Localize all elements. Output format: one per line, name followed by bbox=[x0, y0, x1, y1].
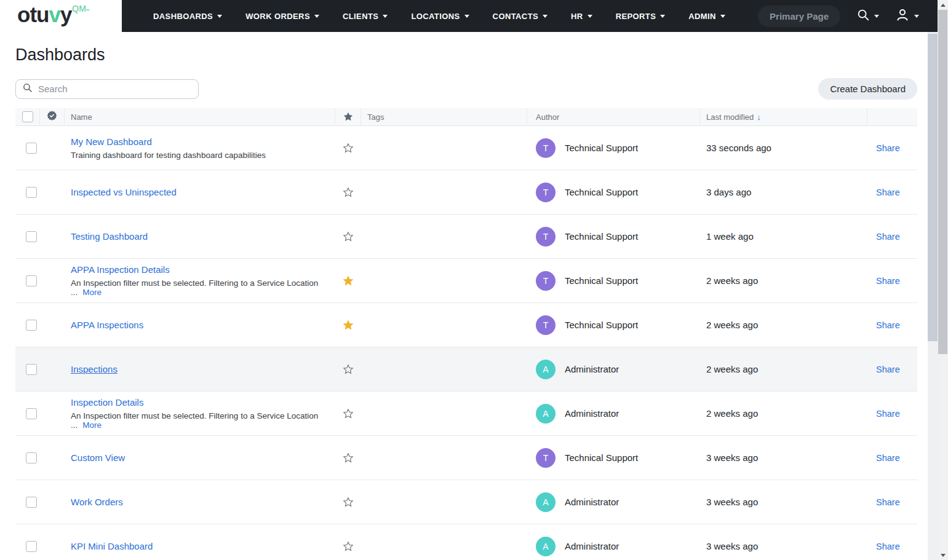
share-link[interactable]: Share bbox=[876, 320, 900, 330]
chevron-down-icon bbox=[660, 15, 665, 18]
avatar: T bbox=[536, 227, 556, 246]
share-link[interactable]: Share bbox=[876, 542, 900, 551]
favorite-star-icon[interactable] bbox=[343, 275, 354, 286]
favorite-star-icon[interactable] bbox=[343, 497, 354, 508]
logo-check-glyph: v bbox=[49, 2, 60, 26]
share-link[interactable]: Share bbox=[876, 409, 900, 419]
share-link[interactable]: Share bbox=[876, 143, 900, 153]
favorite-star-icon[interactable] bbox=[343, 320, 354, 331]
author-name: Administrator bbox=[565, 497, 619, 507]
dashboard-name-link[interactable]: Work Orders bbox=[71, 497, 123, 507]
nav-item-locations[interactable]: LOCATIONS bbox=[399, 0, 480, 32]
column-header-name[interactable]: Name bbox=[65, 108, 335, 125]
table-row: Inspected vs Uninspected T Technical Sup… bbox=[15, 170, 917, 215]
user-icon bbox=[895, 7, 910, 25]
select-all-checkbox[interactable] bbox=[22, 111, 33, 122]
author-name: Administrator bbox=[565, 541, 619, 551]
share-link[interactable]: Share bbox=[876, 187, 900, 197]
favorite-star-icon[interactable] bbox=[343, 231, 354, 242]
row-checkbox[interactable] bbox=[26, 275, 37, 286]
share-link[interactable]: Share bbox=[876, 276, 900, 286]
favorite-star-icon[interactable] bbox=[343, 364, 354, 375]
table-row: APPA Inspections T Technical Support 2 w… bbox=[15, 303, 917, 347]
scroll-up-arrow[interactable] bbox=[938, 0, 948, 10]
dashboard-name-link[interactable]: KPI Mini Dashboard bbox=[71, 541, 153, 551]
dashboard-name-link[interactable]: My New Dashboard bbox=[71, 136, 152, 147]
row-checkbox[interactable] bbox=[26, 497, 37, 508]
column-header-last-modified[interactable]: Last modified↓ bbox=[700, 108, 867, 125]
nav-item-admin[interactable]: ADMIN bbox=[677, 0, 737, 32]
dashboard-name-link[interactable]: Inspection Details bbox=[71, 397, 143, 408]
more-link[interactable]: More bbox=[82, 288, 102, 297]
logo-trademark: ™ bbox=[86, 9, 89, 13]
nav-item-reports[interactable]: REPORTS bbox=[604, 0, 677, 32]
favorite-star-icon[interactable] bbox=[343, 143, 354, 154]
author-cell: A Administrator bbox=[527, 360, 700, 379]
dashboard-name-link[interactable]: Inspections bbox=[71, 364, 118, 374]
share-link[interactable]: Share bbox=[876, 232, 900, 242]
row-checkbox[interactable] bbox=[26, 541, 37, 552]
row-checkbox[interactable] bbox=[26, 364, 37, 375]
toolbar: Create Dashboard bbox=[15, 78, 917, 100]
column-header-tags[interactable]: Tags bbox=[361, 108, 527, 125]
last-modified-value: 33 seconds ago bbox=[700, 143, 867, 153]
nav-item-clients[interactable]: CLIENTS bbox=[331, 0, 399, 32]
search-menu[interactable] bbox=[856, 8, 879, 24]
window-scrollbar[interactable] bbox=[938, 0, 948, 560]
table-row: Inspection Details An Inspection filter … bbox=[15, 392, 917, 436]
search-box[interactable] bbox=[15, 79, 199, 99]
dashboard-name-link[interactable]: Testing Dashboard bbox=[71, 231, 148, 242]
content-scrollbar-thumb[interactable] bbox=[928, 34, 938, 341]
favorite-star-icon[interactable] bbox=[343, 408, 354, 419]
table-header: Name Tags Author Last modified↓ bbox=[15, 108, 917, 126]
nav-item-contacts[interactable]: CONTACTS bbox=[481, 0, 559, 32]
certified-badge-icon[interactable] bbox=[46, 110, 58, 124]
last-modified-value: 1 week ago bbox=[700, 231, 867, 242]
row-checkbox[interactable] bbox=[26, 231, 37, 242]
nav-item-hr[interactable]: HR bbox=[559, 0, 604, 32]
row-checkbox[interactable] bbox=[26, 143, 37, 154]
share-link[interactable]: Share bbox=[876, 497, 900, 507]
favorite-star-icon[interactable] bbox=[343, 452, 354, 463]
favorite-star-icon[interactable] bbox=[343, 187, 354, 198]
table-row: Custom View T Technical Support 3 weeks … bbox=[15, 436, 917, 480]
share-link[interactable]: Share bbox=[876, 365, 900, 374]
avatar: A bbox=[536, 404, 556, 424]
brand-logo[interactable]: otuvyQM™ bbox=[17, 2, 89, 27]
row-checkbox[interactable] bbox=[26, 452, 37, 463]
page-content: Dashboards Create Dashboard Name Tags Au… bbox=[0, 45, 948, 560]
author-name: Technical Support bbox=[565, 231, 638, 242]
window-scrollbar-thumb[interactable] bbox=[938, 10, 947, 354]
author-cell: T Technical Support bbox=[527, 183, 700, 202]
more-link[interactable]: More bbox=[82, 420, 102, 430]
primary-page-button[interactable]: Primary Page bbox=[758, 6, 840, 27]
favorite-column-icon[interactable] bbox=[343, 112, 353, 122]
column-header-author[interactable]: Author bbox=[527, 108, 700, 125]
top-bar: otuvyQM™ DASHBOARDS WORK ORDERS CLIENTS … bbox=[0, 0, 948, 32]
dashboard-name-link[interactable]: APPA Inspections bbox=[71, 320, 143, 330]
avatar: T bbox=[536, 138, 556, 158]
favorite-star-icon[interactable] bbox=[343, 541, 354, 552]
search-icon bbox=[22, 82, 33, 95]
dashboard-name-link[interactable]: APPA Inspection Details bbox=[71, 264, 170, 275]
row-checkbox[interactable] bbox=[26, 320, 37, 331]
nav-item-work-orders[interactable]: WORK ORDERS bbox=[234, 0, 331, 32]
share-link[interactable]: Share bbox=[876, 453, 900, 463]
search-input[interactable] bbox=[38, 84, 192, 94]
nav-item-dashboards[interactable]: DASHBOARDS bbox=[141, 0, 234, 32]
user-menu[interactable] bbox=[895, 7, 919, 25]
create-dashboard-button[interactable]: Create Dashboard bbox=[818, 78, 917, 100]
content-scrollbar[interactable] bbox=[928, 32, 938, 560]
author-name: Administrator bbox=[565, 408, 619, 419]
author-cell: T Technical Support bbox=[527, 227, 700, 246]
chevron-down-icon bbox=[914, 15, 919, 18]
table-row: Testing Dashboard T Technical Support 1 … bbox=[15, 215, 917, 259]
dashboard-name-link[interactable]: Custom View bbox=[71, 452, 125, 463]
scroll-down-arrow[interactable] bbox=[938, 550, 948, 560]
row-checkbox[interactable] bbox=[26, 408, 37, 419]
dashboard-name-link[interactable]: Inspected vs Uninspected bbox=[71, 187, 177, 197]
row-checkbox[interactable] bbox=[26, 187, 37, 198]
chevron-down-icon bbox=[314, 15, 319, 18]
last-modified-value: 3 weeks ago bbox=[700, 452, 867, 463]
avatar: A bbox=[536, 492, 556, 512]
